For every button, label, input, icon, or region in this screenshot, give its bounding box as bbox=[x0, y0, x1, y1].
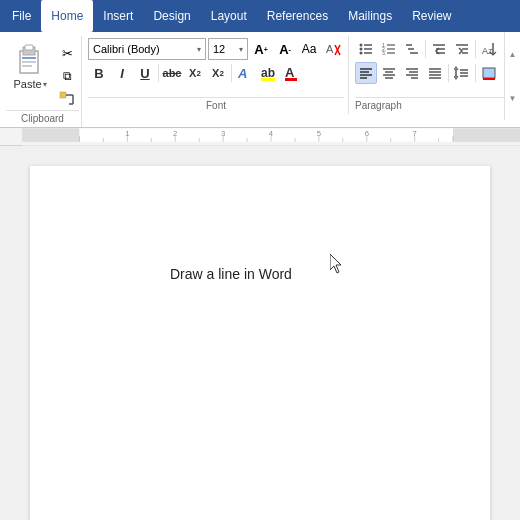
svg-rect-6 bbox=[60, 92, 66, 98]
svg-marker-95 bbox=[330, 254, 341, 273]
paste-icon bbox=[14, 42, 46, 78]
font-group: Calibri (Body) ▾ 12 ▾ A+ A- Aa A bbox=[84, 36, 349, 114]
paste-button[interactable]: Paste ▾ bbox=[6, 38, 54, 110]
italic-button[interactable]: I bbox=[111, 62, 133, 84]
paste-dropdown-icon[interactable]: ▾ bbox=[43, 80, 47, 89]
svg-rect-4 bbox=[22, 61, 36, 63]
menu-insert[interactable]: Insert bbox=[93, 0, 143, 32]
document-area: Draw a line in Word bbox=[0, 146, 520, 520]
bullets-button[interactable] bbox=[355, 38, 377, 60]
menu-mailings[interactable]: Mailings bbox=[338, 0, 402, 32]
paste-label: Paste bbox=[13, 78, 41, 90]
font-size-selector[interactable]: 12 ▾ bbox=[208, 38, 248, 60]
align-left-button[interactable] bbox=[355, 62, 377, 84]
app-window: File Home Insert Design Layout Reference… bbox=[0, 0, 520, 520]
ribbon-overflow: ▲ ▼ bbox=[504, 32, 520, 120]
svg-rect-5 bbox=[22, 65, 32, 67]
decrease-indent-button[interactable] bbox=[428, 38, 450, 60]
svg-text:4: 4 bbox=[269, 129, 274, 138]
svg-rect-68 bbox=[22, 128, 79, 141]
menu-design[interactable]: Design bbox=[143, 0, 200, 32]
ribbon: Paste ▾ ✂ ⧉ bbox=[0, 32, 520, 128]
sort-button[interactable]: A Z bbox=[478, 38, 500, 60]
para-sep4 bbox=[475, 64, 476, 82]
shading-button[interactable] bbox=[478, 62, 500, 84]
svg-rect-62 bbox=[483, 68, 495, 78]
font-label: Font bbox=[88, 97, 344, 114]
ribbon-scroll-down[interactable]: ▼ bbox=[509, 94, 517, 103]
svg-point-20 bbox=[360, 48, 363, 51]
align-center-button[interactable] bbox=[378, 62, 400, 84]
para-sep2 bbox=[475, 40, 476, 58]
svg-text:7: 7 bbox=[413, 129, 417, 138]
svg-text:3: 3 bbox=[221, 129, 225, 138]
para-sep3 bbox=[448, 64, 449, 82]
svg-text:A: A bbox=[326, 43, 334, 55]
paragraph-label: Paragraph bbox=[355, 97, 520, 114]
para-sep1 bbox=[425, 40, 426, 58]
text-effects-button[interactable]: A bbox=[234, 62, 256, 84]
increase-indent-button[interactable] bbox=[451, 38, 473, 60]
superscript-button[interactable]: X2 bbox=[207, 62, 229, 84]
svg-text:5: 5 bbox=[317, 129, 321, 138]
copy-button[interactable]: ⧉ bbox=[55, 65, 79, 87]
svg-rect-69 bbox=[453, 128, 520, 141]
ruler: 1 2 3 4 5 6 7 bbox=[0, 128, 520, 146]
format-painter-button[interactable] bbox=[55, 88, 79, 110]
svg-text:2: 2 bbox=[173, 129, 177, 138]
svg-text:3.: 3. bbox=[382, 50, 386, 56]
menu-file[interactable]: File bbox=[2, 0, 41, 32]
format-sep2 bbox=[231, 64, 232, 82]
menu-layout[interactable]: Layout bbox=[201, 0, 257, 32]
numbering-button[interactable]: 1. 2. 3. bbox=[378, 38, 400, 60]
menu-review[interactable]: Review bbox=[402, 0, 461, 32]
svg-rect-2 bbox=[25, 45, 33, 50]
svg-rect-70 bbox=[79, 128, 453, 141]
decrease-font-button[interactable]: A- bbox=[274, 38, 296, 60]
clipboard-group: Paste ▾ ✂ ⧉ bbox=[4, 36, 82, 127]
svg-point-22 bbox=[360, 52, 363, 55]
format-sep1 bbox=[158, 64, 159, 82]
font-color-button[interactable]: A bbox=[280, 62, 302, 84]
svg-text:6: 6 bbox=[365, 129, 369, 138]
cut-button[interactable]: ✂ bbox=[55, 42, 79, 64]
svg-rect-17 bbox=[285, 78, 297, 81]
svg-rect-15 bbox=[261, 78, 275, 81]
mouse-cursor bbox=[330, 254, 344, 274]
clipboard-small-buttons: ✂ ⧉ bbox=[55, 38, 79, 110]
svg-text:ab: ab bbox=[261, 66, 275, 80]
subscript-button[interactable]: X2 bbox=[184, 62, 206, 84]
font-family-dropdown-icon: ▾ bbox=[197, 45, 201, 54]
menu-references[interactable]: References bbox=[257, 0, 338, 32]
font-family-selector[interactable]: Calibri (Body) ▾ bbox=[88, 38, 206, 60]
font-size-dropdown-icon: ▾ bbox=[239, 45, 243, 54]
menu-bar: File Home Insert Design Layout Reference… bbox=[0, 0, 520, 32]
svg-text:1: 1 bbox=[125, 129, 129, 138]
line-spacing-button[interactable] bbox=[451, 62, 473, 84]
increase-font-button[interactable]: A+ bbox=[250, 38, 272, 60]
underline-button[interactable]: U bbox=[134, 62, 156, 84]
strikethrough-button[interactable]: abc bbox=[161, 62, 183, 84]
change-case-button[interactable]: Aa bbox=[298, 38, 320, 60]
svg-point-18 bbox=[360, 44, 363, 47]
menu-home[interactable]: Home bbox=[41, 0, 93, 32]
justify-button[interactable] bbox=[424, 62, 446, 84]
paragraph-group: 1. 2. 3. bbox=[351, 36, 520, 114]
document-page[interactable]: Draw a line in Word bbox=[30, 166, 490, 520]
clipboard-label: Clipboard bbox=[6, 110, 79, 127]
bold-button[interactable]: B bbox=[88, 62, 110, 84]
ribbon-scroll-up[interactable]: ▲ bbox=[509, 50, 517, 59]
highlight-color-button[interactable]: ab bbox=[257, 62, 279, 84]
clear-formatting-button[interactable]: A bbox=[322, 38, 344, 60]
svg-text:A: A bbox=[237, 66, 247, 81]
svg-text:A: A bbox=[285, 65, 295, 80]
align-right-button[interactable] bbox=[401, 62, 423, 84]
svg-rect-3 bbox=[22, 57, 36, 59]
multilevel-list-button[interactable] bbox=[401, 38, 423, 60]
document-text: Draw a line in Word bbox=[170, 266, 292, 282]
